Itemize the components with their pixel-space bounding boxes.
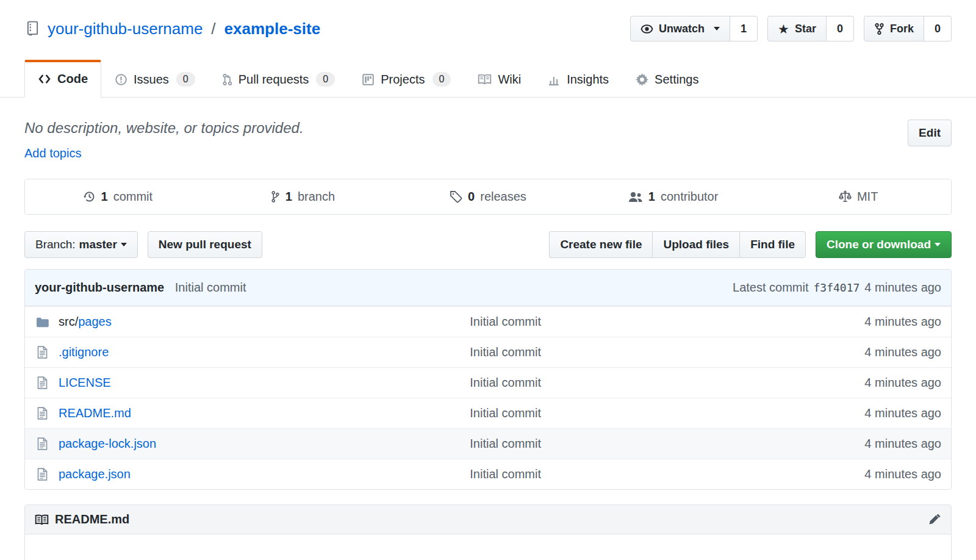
gear-icon — [636, 73, 648, 86]
wiki-icon — [478, 74, 492, 85]
readme-title: README.md — [55, 512, 129, 526]
row-commit-message[interactable]: Initial commit — [470, 467, 801, 481]
social-actions: Unwatch 1 ★ Star 0 — [630, 16, 952, 41]
repo-stats-bar: 1commit 1branch 0release — [24, 179, 952, 215]
file-row: package.json Initial commit 4 minutes ag… — [25, 459, 951, 489]
file-row: package-lock.json Initial commit 4 minut… — [25, 428, 951, 459]
add-topics-link[interactable]: Add topics — [24, 146, 81, 160]
star-button[interactable]: ★ Star — [767, 16, 827, 41]
repo-tabnav: Code Issues 0 — [0, 60, 976, 98]
star-count[interactable]: 0 — [827, 16, 854, 41]
file-link[interactable]: package.json — [59, 467, 131, 481]
tab-insights[interactable]: Insights — [534, 60, 622, 98]
page-title: your-github-username / example-site — [24, 20, 320, 38]
file-link[interactable]: .gitignore — [59, 345, 109, 359]
repo-name-link[interactable]: example-site — [224, 20, 321, 38]
file-row: src/pages Initial commit 4 minutes ago — [25, 306, 951, 337]
commit-hash-link[interactable]: f3f4017 — [814, 281, 860, 294]
commit-author-link[interactable]: your-github-username — [35, 281, 164, 294]
fork-group: Fork 0 — [864, 16, 952, 41]
issue-icon — [115, 73, 127, 86]
readme-content — [25, 534, 951, 560]
file-icon — [35, 346, 49, 359]
commit-message-link[interactable]: Initial commit — [175, 281, 246, 294]
fork-icon — [874, 23, 884, 35]
fork-button[interactable]: Fork — [864, 16, 924, 41]
insights-icon — [548, 73, 561, 86]
row-age: 4 minutes ago — [801, 467, 941, 481]
edit-description-button[interactable]: Edit — [908, 120, 952, 146]
history-icon — [83, 190, 96, 203]
row-commit-message[interactable]: Initial commit — [470, 406, 801, 420]
row-commit-message[interactable]: Initial commit — [470, 437, 801, 451]
folder-link[interactable]: pages — [78, 315, 112, 328]
file-icon — [35, 376, 49, 389]
file-link[interactable]: README.md — [59, 406, 131, 420]
commit-time: 4 minutes ago — [864, 281, 941, 295]
tab-projects[interactable]: Projects 0 — [348, 60, 464, 98]
tab-issues[interactable]: Issues 0 — [101, 60, 209, 98]
tab-code[interactable]: Code — [24, 60, 101, 98]
stat-contributors[interactable]: 1contributor — [581, 179, 766, 214]
file-link[interactable]: LICENSE — [59, 376, 111, 389]
row-age: 4 minutes ago — [801, 437, 941, 451]
star-group: ★ Star 0 — [767, 16, 854, 41]
repo-owner-link[interactable]: your-github-username — [48, 20, 203, 38]
repo-header: your-github-username / example-site Unwa… — [0, 0, 976, 41]
create-new-file-button[interactable]: Create new file — [549, 231, 652, 258]
tag-icon — [450, 190, 462, 203]
file-icon — [35, 437, 49, 450]
stat-releases[interactable]: 0releases — [395, 179, 581, 214]
book-icon — [35, 514, 49, 525]
file-icon — [35, 468, 49, 481]
caret-down-icon — [121, 243, 127, 246]
folder-path-prefix[interactable]: src/ — [59, 315, 78, 328]
latest-commit-label: Latest commit — [733, 281, 808, 295]
code-icon — [38, 74, 51, 84]
path-separator: / — [211, 20, 215, 38]
branch-selector[interactable]: Branch: master — [24, 231, 138, 258]
stat-license[interactable]: MIT — [766, 179, 951, 214]
people-icon — [628, 191, 643, 203]
tab-pull-requests[interactable]: Pull requests 0 — [209, 60, 349, 98]
new-pull-request-button[interactable]: New pull request — [148, 231, 262, 258]
fork-count[interactable]: 0 — [924, 16, 952, 41]
file-actions-row: Branch: master New pull request Create n… — [24, 231, 952, 258]
caret-down-icon — [935, 243, 941, 246]
about-section: No description, website, or topics provi… — [24, 120, 952, 160]
edit-readme-button[interactable] — [928, 513, 941, 526]
repo-icon — [24, 21, 40, 37]
tab-wiki[interactable]: Wiki — [464, 60, 534, 98]
issues-count-badge: 0 — [176, 72, 195, 87]
stat-commits[interactable]: 1commit — [25, 179, 210, 214]
file-row: LICENSE Initial commit 4 minutes ago — [25, 367, 951, 398]
row-commit-message[interactable]: Initial commit — [470, 345, 801, 359]
repo-description: No description, website, or topics provi… — [24, 120, 304, 137]
watch-count[interactable]: 1 — [730, 16, 758, 41]
star-icon: ★ — [778, 23, 789, 35]
projects-icon — [362, 73, 375, 86]
row-commit-message[interactable]: Initial commit — [470, 315, 801, 329]
stat-branches[interactable]: 1branch — [210, 179, 396, 214]
latest-commit-bar: your-github-username Initial commit Late… — [25, 270, 951, 306]
file-icon — [35, 407, 49, 420]
watch-group: Unwatch 1 — [630, 16, 758, 41]
upload-files-button[interactable]: Upload files — [652, 231, 739, 258]
eye-icon — [640, 23, 653, 35]
github-repo-page: your-github-username / example-site Unwa… — [0, 0, 976, 560]
row-commit-message[interactable]: Initial commit — [470, 376, 801, 390]
projects-count-badge: 0 — [432, 72, 451, 87]
file-buttons-group: Create new file Upload files Find file — [549, 231, 806, 258]
clone-or-download-button[interactable]: Clone or download — [816, 231, 952, 258]
row-age: 4 minutes ago — [801, 345, 941, 359]
law-icon — [839, 190, 852, 203]
row-age: 4 minutes ago — [801, 315, 941, 329]
unwatch-button[interactable]: Unwatch — [630, 16, 730, 41]
find-file-button[interactable]: Find file — [739, 231, 806, 258]
readme-section: README.md — [24, 504, 952, 560]
pull-request-icon — [222, 73, 232, 86]
file-row: README.md Initial commit 4 minutes ago — [25, 398, 951, 428]
file-link[interactable]: package-lock.json — [59, 437, 156, 450]
pull-requests-count-badge: 0 — [316, 72, 335, 87]
tab-settings[interactable]: Settings — [622, 60, 712, 98]
